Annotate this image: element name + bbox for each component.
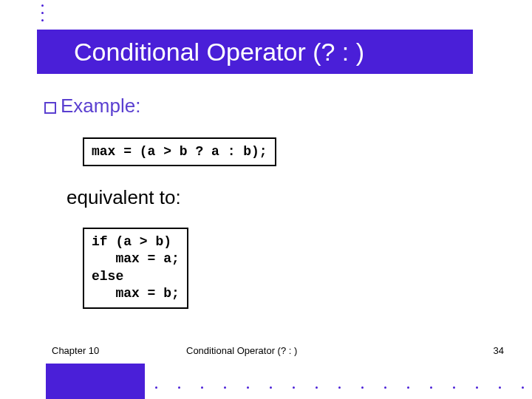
footer-page-number: 34 xyxy=(494,345,504,356)
title-banner: Conditional Operator (? : ) xyxy=(37,30,473,74)
bullet-example-label: Example: xyxy=(61,95,140,117)
dot-icon xyxy=(41,4,44,7)
dot-icon xyxy=(384,386,386,389)
dot-icon xyxy=(201,386,203,389)
dot-icon xyxy=(316,386,318,389)
dot-icon xyxy=(270,386,272,389)
dot-icon xyxy=(41,12,44,14)
dot-icon xyxy=(361,386,364,389)
dot-icon xyxy=(178,386,180,389)
equivalent-label: equivalent to: xyxy=(66,186,181,209)
footer-chapter: Chapter 10 xyxy=(52,345,99,356)
dot-icon xyxy=(407,386,409,389)
dot-icon xyxy=(499,386,501,389)
slide-title: Conditional Operator (? : ) xyxy=(74,38,364,66)
bullet-example: Example: xyxy=(44,95,140,117)
dot-icon xyxy=(338,386,341,389)
decorative-dots-bottom xyxy=(155,386,524,389)
dot-icon xyxy=(155,386,157,389)
decorative-dots-top xyxy=(41,4,44,21)
bullet-square-icon xyxy=(44,102,56,114)
dot-icon xyxy=(430,386,432,389)
dot-icon xyxy=(224,386,226,389)
dot-icon xyxy=(522,386,524,389)
dot-icon xyxy=(453,386,455,389)
code-ifelse: if (a > b) max = a; else max = b; xyxy=(83,228,188,309)
dot-icon xyxy=(41,19,44,21)
dot-icon xyxy=(247,386,249,389)
footer-center-title: Conditional Operator (? : ) xyxy=(186,345,297,356)
dot-icon xyxy=(293,386,295,389)
footer-accent-band xyxy=(46,364,145,399)
dot-icon xyxy=(476,386,478,389)
code-ternary: max = (a > b ? a : b); xyxy=(83,137,276,166)
